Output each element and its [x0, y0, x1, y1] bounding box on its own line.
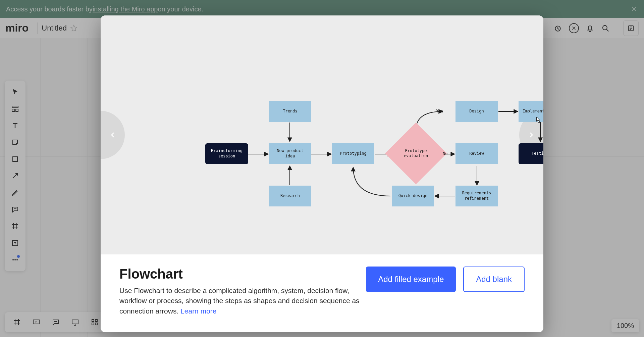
node-brainstorming: Brainstorming session — [205, 143, 248, 164]
node-quick-design: Quick design — [392, 186, 434, 206]
node-trends: Trends — [269, 101, 311, 122]
template-info: Flowchart Use Flowchart to describe a co… — [119, 267, 361, 316]
node-prototype-evaluation: Prototype evaluation — [394, 132, 438, 175]
template-actions: Add filled example Add blank — [366, 267, 525, 292]
learn-more-link[interactable]: Learn more — [180, 307, 216, 315]
template-description: Use Flowchart to describe a complicated … — [119, 286, 361, 316]
flowchart-connectors — [101, 15, 543, 254]
template-modal-overlay[interactable]: Brainstorming session Trends New product… — [0, 0, 644, 337]
add-blank-button[interactable]: Add blank — [463, 267, 525, 292]
node-implementation: Implementation — [519, 101, 543, 122]
node-review: Review — [455, 143, 498, 164]
template-modal-footer: Flowchart Use Flowchart to describe a co… — [101, 254, 543, 332]
template-preview: Brainstorming session Trends New product… — [101, 15, 543, 254]
template-title: Flowchart — [119, 267, 361, 282]
template-modal: Brainstorming session Trends New product… — [101, 15, 543, 332]
node-new-product: New product idea — [269, 143, 311, 164]
node-testing: Testing — [519, 143, 543, 164]
node-prototyping: Prototyping — [332, 143, 374, 164]
edge-label-no: No — [443, 151, 447, 156]
diamond-label: Prototype evaluation — [394, 132, 438, 175]
node-research: Research — [269, 186, 311, 206]
node-requirements: Requirements refinement — [455, 186, 498, 206]
node-design: Design — [455, 101, 498, 122]
template-description-text: Use Flowchart to describe a complicated … — [119, 287, 360, 315]
add-filled-example-button[interactable]: Add filled example — [366, 267, 456, 292]
edge-label-yes: Yes — [436, 109, 443, 113]
